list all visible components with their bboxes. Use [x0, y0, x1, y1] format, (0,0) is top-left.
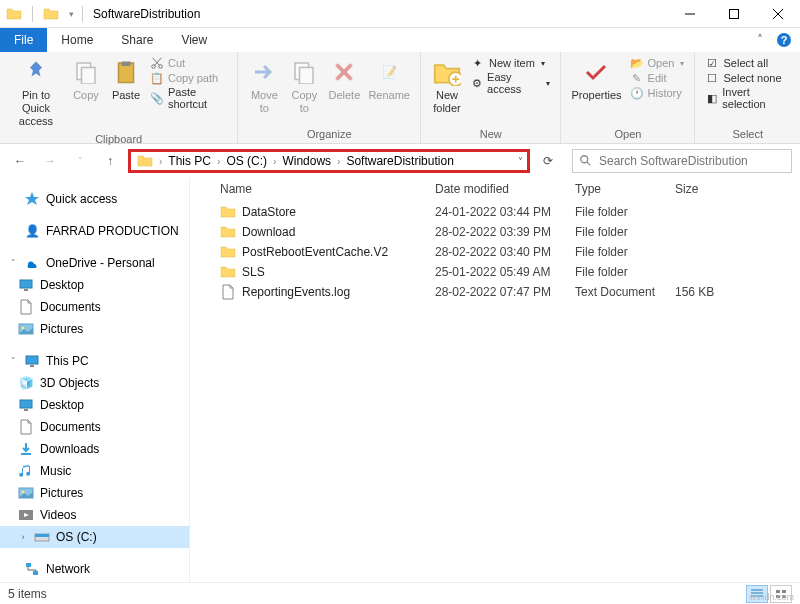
invert-selection-button[interactable]: ◧Invert selection [705, 86, 790, 110]
sidebar-item-3d[interactable]: 🧊3D Objects [0, 372, 189, 394]
recent-locations-button[interactable]: ˅ [68, 149, 92, 173]
back-button[interactable]: ← [8, 149, 32, 173]
sidebar-item-videos[interactable]: Videos [0, 504, 189, 526]
move-to-button[interactable]: Move to [244, 54, 284, 117]
easy-access-button[interactable]: ⚙Easy access▾ [471, 71, 550, 95]
sidebar-item-os-drive[interactable]: ›OS (C:) [0, 526, 189, 548]
file-row[interactable]: Download28-02-2022 03:39 PMFile folder [190, 222, 800, 242]
minimize-button[interactable] [668, 0, 712, 28]
sidebar-item-od-desktop[interactable]: Desktop [0, 274, 189, 296]
sidebar-item-quick-access[interactable]: Quick access [0, 188, 189, 210]
chevron-right-icon[interactable]: › [215, 156, 222, 167]
breadcrumb-windows[interactable]: Windows [278, 154, 335, 168]
search-icon [579, 154, 593, 168]
forward-button[interactable]: → [38, 149, 62, 173]
file-row[interactable]: DataStore24-01-2022 03:44 PMFile folder [190, 202, 800, 222]
refresh-button[interactable]: ⟳ [536, 149, 560, 173]
chevron-down-icon[interactable]: ˅ [518, 156, 523, 167]
svg-rect-18 [730, 9, 739, 18]
sidebar-item-network[interactable]: Network [0, 558, 189, 580]
file-type: Text Document [575, 285, 675, 299]
new-item-button[interactable]: ✦New item▾ [471, 56, 550, 70]
help-button[interactable] [772, 28, 796, 52]
open-group-label: Open [567, 126, 688, 143]
folder-icon [220, 264, 236, 280]
file-row[interactable]: ReportingEvents.log28-02-2022 07:47 PMTe… [190, 282, 800, 302]
sidebar-item-music[interactable]: Music [0, 460, 189, 482]
search-box[interactable] [572, 149, 792, 173]
close-button[interactable] [756, 0, 800, 28]
folder-icon [6, 6, 22, 22]
breadcrumb-thispc[interactable]: This PC [164, 154, 215, 168]
copy-to-button[interactable]: Copy to [284, 54, 324, 117]
new-folder-button[interactable]: New folder [427, 54, 467, 117]
status-bar: 5 items [0, 582, 800, 604]
new-group-label: New [427, 126, 554, 143]
tab-share[interactable]: Share [107, 28, 167, 52]
tab-view[interactable]: View [167, 28, 221, 52]
sidebar-item-onedrive[interactable]: ˅OneDrive - Personal [0, 252, 189, 274]
col-type[interactable]: Type [575, 182, 675, 196]
watermark: wsiidn.com [749, 592, 794, 602]
rename-button[interactable]: 📝Rename [364, 54, 414, 104]
open-button[interactable]: 📂Open▾ [630, 56, 685, 70]
copy-path-button[interactable]: 📋Copy path [150, 71, 227, 85]
properties-button[interactable]: Properties [567, 54, 625, 104]
select-all-button[interactable]: ☑Select all [705, 56, 790, 70]
file-date: 24-01-2022 03:44 PM [435, 205, 575, 219]
sidebar-item-thispc[interactable]: ˅This PC [0, 350, 189, 372]
delete-button[interactable]: Delete [324, 54, 364, 104]
paste-shortcut-button[interactable]: 📎Paste shortcut [150, 86, 227, 110]
col-name[interactable]: Name [220, 182, 435, 196]
file-icon [220, 284, 236, 300]
sidebar-item-documents[interactable]: Documents [0, 416, 189, 438]
file-row[interactable]: SLS25-01-2022 05:49 AMFile folder [190, 262, 800, 282]
ribbon-group-select: ☑Select all ☐Select none ◧Invert selecti… [695, 52, 800, 143]
svg-point-19 [581, 156, 588, 163]
col-date[interactable]: Date modified [435, 182, 575, 196]
file-date: 28-02-2022 07:47 PM [435, 285, 575, 299]
minimize-ribbon-button[interactable]: ˄ [748, 28, 772, 52]
file-row[interactable]: PostRebootEventCache.V228-02-2022 03:40 … [190, 242, 800, 262]
history-button[interactable]: 🕐History [630, 86, 685, 100]
sidebar-item-od-documents[interactable]: Documents [0, 296, 189, 318]
select-none-button[interactable]: ☐Select none [705, 71, 790, 85]
file-name: Download [242, 225, 435, 239]
select-group-label: Select [701, 126, 794, 143]
file-type: File folder [575, 225, 675, 239]
titlebar: ▾ SoftwareDistribution [0, 0, 800, 28]
qat-separator [82, 6, 83, 22]
sidebar-item-farrad[interactable]: 👤FARRAD PRODUCTION [0, 220, 189, 242]
sidebar-item-od-pictures[interactable]: Pictures [0, 318, 189, 340]
file-type: File folder [575, 245, 675, 259]
tab-home[interactable]: Home [47, 28, 107, 52]
sidebar-item-pictures[interactable]: Pictures [0, 482, 189, 504]
edit-button[interactable]: ✎Edit [630, 71, 685, 85]
col-size[interactable]: Size [675, 182, 755, 196]
pin-quick-access-button[interactable]: Pin to Quick access [6, 54, 66, 131]
breadcrumb-drive[interactable]: OS (C:) [222, 154, 271, 168]
chevron-right-icon[interactable]: › [271, 156, 278, 167]
tab-file[interactable]: File [0, 28, 47, 52]
qat-dropdown-icon[interactable]: ▾ [65, 9, 78, 19]
paste-button[interactable]: Paste [106, 54, 146, 104]
ribbon-group-clipboard: Pin to Quick access Copy Paste Cut 📋Copy… [0, 52, 238, 143]
sidebar-item-downloads[interactable]: Downloads [0, 438, 189, 460]
breadcrumb-current[interactable]: SoftwareDistribution [342, 154, 457, 168]
search-input[interactable] [599, 154, 785, 168]
sidebar-item-desktop[interactable]: Desktop [0, 394, 189, 416]
breadcrumb[interactable]: › This PC › OS (C:) › Windows › Software… [128, 149, 530, 173]
chevron-right-icon[interactable]: › [335, 156, 342, 167]
folder-icon [43, 6, 59, 22]
file-size: 156 KB [675, 285, 755, 299]
cut-button[interactable]: Cut [150, 56, 227, 70]
file-name: ReportingEvents.log [242, 285, 435, 299]
cut-label: Cut [168, 57, 185, 69]
copy-path-label: Copy path [168, 72, 218, 84]
maximize-button[interactable] [712, 0, 756, 28]
chevron-right-icon[interactable]: › [157, 156, 164, 167]
up-button[interactable]: ↑ [98, 149, 122, 173]
copy-button[interactable]: Copy [66, 54, 106, 104]
file-date: 28-02-2022 03:40 PM [435, 245, 575, 259]
column-headers: Name Date modified Type Size [190, 178, 800, 202]
